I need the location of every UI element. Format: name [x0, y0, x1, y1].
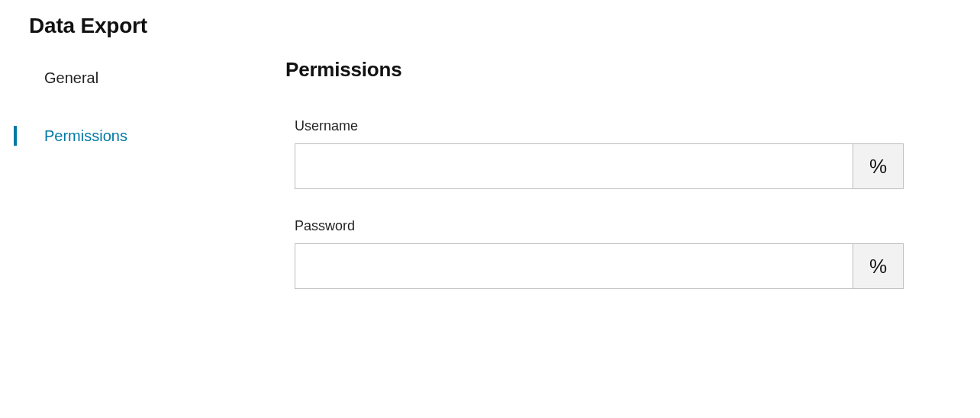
sidebar-item-permissions[interactable]: Permissions — [0, 117, 260, 154]
username-label: Username — [295, 118, 980, 134]
layout: General Permissions Permissions Username… — [0, 59, 980, 318]
sidebar: General Permissions — [0, 59, 260, 175]
percent-icon: % — [869, 155, 887, 178]
form-group-password: Password % — [295, 218, 980, 289]
percent-icon: % — [869, 255, 887, 278]
section-title: Permissions — [285, 58, 980, 82]
page-title: Data Export — [29, 14, 980, 38]
main-content: Permissions Username % Password % — [260, 59, 980, 318]
sidebar-item-label: General — [44, 69, 98, 87]
password-label: Password — [295, 218, 980, 234]
password-addon-button[interactable]: % — [853, 244, 903, 288]
sidebar-item-general[interactable]: General — [0, 59, 260, 96]
sidebar-item-label: Permissions — [44, 127, 127, 145]
username-input-row: % — [295, 143, 904, 189]
form-group-username: Username % — [295, 118, 980, 189]
password-input-row: % — [295, 243, 904, 289]
password-input[interactable] — [295, 244, 853, 288]
username-input[interactable] — [295, 144, 853, 188]
username-addon-button[interactable]: % — [853, 144, 903, 188]
